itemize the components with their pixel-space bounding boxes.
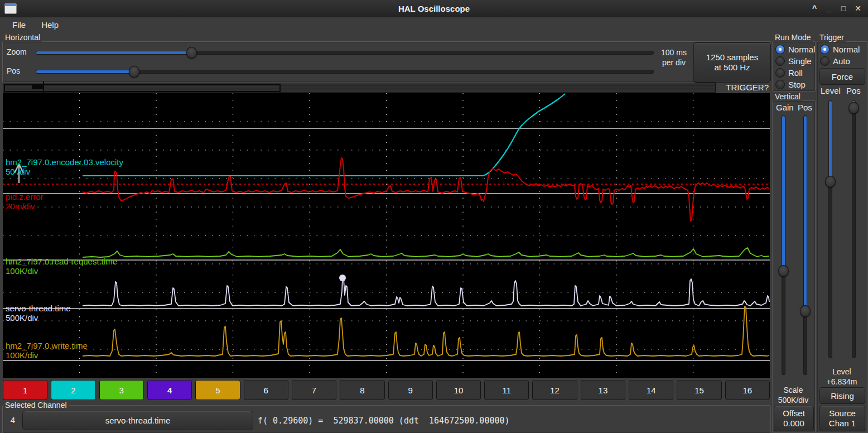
shade-button[interactable]: ^ [810,4,819,13]
run-mode-option-normal[interactable]: Normal [775,44,813,55]
trigger-pos-handle[interactable] [848,102,859,114]
timebase-per-div-value: 100 ms [656,47,692,57]
run-mode-option-label: Roll [788,68,803,78]
trigger-level-slider-label: Level [821,86,841,95]
trigger-level-handle[interactable] [825,176,836,187]
channel-button-5[interactable]: 5 [195,380,240,400]
record-position-bar [3,83,716,93]
run-mode-option-roll[interactable]: Roll [775,67,813,79]
close-button[interactable]: ✕ [853,4,862,13]
pos-slider-handle[interactable] [129,66,139,78]
channel-button-2[interactable]: 2 [51,380,95,400]
gain-slider-fill [782,116,785,266]
channel-button-4[interactable]: 4 [147,380,192,400]
menu-file[interactable]: File [7,18,31,31]
trace-layer [83,94,769,356]
vertical-pos-slider[interactable] [803,116,807,375]
scope-display: hm2_7i97.0.encoder.03.velocity 50 /div p… [3,93,770,378]
gain-slider-handle[interactable] [778,265,789,277]
channel-button-9[interactable]: 9 [388,380,433,400]
run-mode-option-label: Single [788,56,812,66]
radio-icon[interactable] [775,68,785,78]
channel-button-1[interactable]: 1 [3,380,47,400]
channel-button-16[interactable]: 16 [725,380,770,400]
trigger-source-button[interactable]: Source Chan 1 [819,406,865,431]
run-mode-option-stop[interactable]: Stop [775,79,813,90]
scope-canvas: hm2_7i97.0.encoder.03.velocity 50 /div p… [3,93,770,378]
horizontal-group-label: Horizontal [3,33,42,42]
trace-hm2_7i97.0.write.time [83,306,769,356]
vertical-group-label: Vertical [773,92,802,101]
selected-channel-group-label: Selected Channel [3,401,69,410]
radio-icon[interactable] [820,45,830,54]
channel-button-row: 12345678910111213141516 [3,380,770,399]
trigger-pos-slider[interactable] [852,100,856,358]
trace-pid.z.error [83,158,769,221]
trigger-source-value: Chan 1 [829,418,856,429]
channel5-name-label: hm2_7i97.0.write.time [6,341,88,350]
radio-icon[interactable] [775,80,785,89]
trigger-pos-slider-label: Pos [846,86,861,95]
samples-button[interactable]: 1250 samples at 500 Hz [693,42,771,83]
record-zoom-window [4,84,281,92]
vertical-frame [772,100,816,433]
zoom-slider-label: Zoom [7,47,27,56]
channel3-scale-label: 100K/div [6,266,38,276]
trigger-level-slider[interactable] [828,100,832,358]
window-title: HAL Oscilloscope [0,0,868,17]
channel-labels: hm2_7i97.0.encoder.03.velocity 50 /div p… [6,157,123,360]
cursor-readout: f( 0.29600) = 529837.00000 (ddt 16467250… [258,416,510,426]
force-button[interactable]: Force [819,68,865,85]
gain-slider[interactable] [782,116,785,375]
radio-icon[interactable] [775,56,785,66]
channel-button-3[interactable]: 3 [99,380,144,400]
trigger-option-label: Normal [833,45,860,54]
channel-button-15[interactable]: 15 [677,380,721,400]
channel-button-10[interactable]: 10 [436,380,481,400]
window-controls: ^ _ □ ✕ [810,0,862,17]
run-mode-option-label: Stop [788,80,806,89]
channel-button-14[interactable]: 14 [629,380,673,400]
channel-button-11[interactable]: 11 [484,380,529,400]
trace-hm2_7i97.0.encoder.03.velocity [83,94,565,176]
vertical-pos-slider-label: Pos [798,103,812,112]
run-mode-options: NormalSingleRollStop [775,44,813,90]
vertical-scale-label: Scale [772,385,814,395]
channel5-scale-label: 100K/div [6,350,38,360]
radio-icon[interactable] [820,56,830,66]
vertical-scale-value: 500K/div [772,395,814,405]
channel-button-13[interactable]: 13 [581,380,625,400]
selected-channel-name-button[interactable]: servo-thread.time [22,411,253,430]
radio-icon[interactable] [775,45,785,54]
channel-button-12[interactable]: 12 [532,380,577,400]
pos-slider-label: Pos [7,66,20,75]
channel2-scale-label: 20m/div [6,201,35,211]
trigger-option-normal[interactable]: Normal [820,44,865,55]
cursor-sample-marker [339,275,346,281]
trigger-level-readout-label: Level [817,367,867,377]
run-mode-option-single[interactable]: Single [775,55,813,67]
channel1-name-label: hm2_7i97.0.encoder.03.velocity [6,157,123,167]
offset-value: 0.000 [783,418,805,429]
offset-button[interactable]: Offset 0.000 [774,406,814,431]
zoom-slider-fill [36,51,192,54]
trigger-level-readout: Level +6.834m [817,367,867,387]
maximize-button[interactable]: □ [839,4,848,13]
trigger-edge-button[interactable]: Rising [819,387,865,404]
samples-count: 1250 samples [706,52,758,62]
trigger-status: TRIGGER? [718,83,769,92]
trigger-option-auto[interactable]: Auto [820,55,865,67]
channel-button-8[interactable]: 8 [340,380,384,400]
pos-slider-fill [36,70,134,73]
menu-help[interactable]: Help [36,18,64,31]
vertical-pos-handle[interactable] [800,305,811,317]
channel-button-6[interactable]: 6 [244,380,288,400]
samples-rate: at 500 Hz [706,62,758,73]
trigger-level-value: +6.834m [817,377,867,387]
channel4-name-label: servo-thread.time [6,304,71,313]
minimize-button[interactable]: _ [824,4,833,13]
channel-button-7[interactable]: 7 [292,380,336,400]
zoom-slider-handle[interactable] [186,47,197,59]
zoom-slider[interactable] [36,51,654,55]
timebase-readout: 100 ms per div [656,47,692,68]
